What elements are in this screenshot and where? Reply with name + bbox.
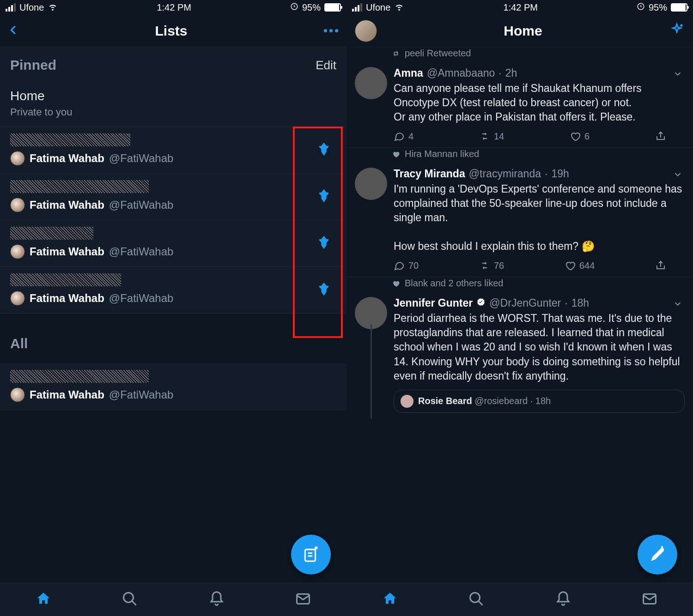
timestamp: 19h — [551, 168, 569, 180]
like-button[interactable]: 6 — [570, 131, 590, 142]
battery-icon — [671, 3, 687, 12]
pinned-header: Pinned Edit — [0, 47, 346, 82]
compose-button[interactable] — [638, 535, 677, 574]
tab-notifications[interactable] — [208, 591, 225, 609]
tweet[interactable]: Hira Mannan liked Tracy Miranda @tracymi… — [346, 149, 693, 277]
redacted-list-name — [10, 180, 149, 193]
more-button[interactable] — [324, 29, 338, 32]
signal-icon — [352, 3, 362, 12]
context-text: Blank and 2 others liked — [405, 278, 503, 289]
avatar — [10, 387, 25, 402]
rotation-lock-icon — [637, 2, 645, 13]
pinned-home-item[interactable]: Home Private to you — [0, 82, 346, 127]
carrier-label: Ufone — [366, 2, 390, 13]
nav-bar: Lists — [0, 15, 346, 47]
author-name: Fatima Wahab — [30, 245, 104, 258]
avatar[interactable] — [355, 67, 387, 99]
left-screenshot: Ufone 1:42 PM 95% Lists Pinned Edit Home… — [0, 0, 346, 616]
battery-icon — [324, 3, 341, 12]
svg-point-8 — [470, 592, 480, 602]
redacted-list-name — [10, 227, 93, 240]
signal-icon — [6, 3, 16, 12]
list-item[interactable]: Fatima Wahab @FatiWahab — [0, 127, 346, 174]
timeline[interactable]: peeli Retweeted Amna @Amnabaano · 2h Can… — [346, 47, 693, 583]
battery-pct: 95% — [649, 2, 667, 13]
profile-avatar[interactable] — [355, 20, 377, 42]
wifi-icon — [394, 1, 404, 14]
list-item[interactable]: Fatima Wahab @FatiWahab — [0, 363, 346, 410]
retweet-icon — [392, 49, 400, 58]
avatar[interactable] — [355, 168, 387, 200]
share-button[interactable] — [655, 260, 666, 271]
battery-pct: 95% — [302, 2, 321, 13]
display-name: Amna — [394, 67, 423, 79]
list-name: Home — [10, 89, 336, 103]
carrier-label: Ufone — [19, 2, 44, 13]
like-button[interactable]: 644 — [565, 260, 595, 271]
redacted-list-name — [10, 133, 130, 146]
avatar — [10, 198, 25, 212]
tweet-context: Hira Mannan liked — [392, 149, 693, 159]
all-label: All — [0, 322, 346, 363]
redacted-list-name — [10, 370, 149, 383]
author-handle: @FatiWahab — [109, 388, 174, 401]
pin-icon[interactable] — [316, 187, 332, 206]
new-list-button[interactable] — [291, 535, 331, 574]
share-button[interactable] — [655, 131, 666, 142]
tweet[interactable]: Blank and 2 others liked Jennifer Gunter… — [346, 278, 693, 418]
pin-icon[interactable] — [316, 140, 332, 160]
tweet-caret[interactable] — [673, 169, 683, 181]
tweet-text: I'm running a 'DevOps Experts' conferenc… — [394, 182, 685, 254]
context-text: Hira Mannan liked — [405, 149, 479, 159]
right-screenshot: Ufone 1:42 PM 95% Home peeli Retweeted — [346, 0, 693, 616]
tab-bar — [0, 583, 346, 616]
page-title: Lists — [155, 23, 187, 39]
tab-bar — [346, 583, 693, 616]
tweet-caret[interactable] — [673, 69, 683, 81]
tweet[interactable]: peeli Retweeted Amna @Amnabaano · 2h Can… — [346, 48, 693, 148]
list-item[interactable]: Fatima Wahab @FatiWahab — [0, 174, 346, 220]
quoted-tweet[interactable]: Rosie Beard @rosiebeard · 18h — [394, 390, 685, 413]
status-bar: Ufone 1:42 PM 95% — [0, 0, 346, 15]
list-item[interactable]: Fatima Wahab @FatiWahab — [0, 220, 346, 267]
tab-notifications[interactable] — [555, 591, 571, 609]
sparkle-button[interactable] — [669, 22, 685, 40]
rotation-lock-icon — [290, 2, 298, 13]
tweet-actions: 4 14 6 — [394, 131, 685, 142]
avatar — [10, 244, 25, 259]
tweet-caret[interactable] — [673, 299, 683, 311]
redacted-list-name — [10, 273, 121, 286]
tab-messages[interactable] — [295, 591, 311, 609]
tab-search[interactable] — [122, 591, 138, 609]
list-item[interactable]: Fatima Wahab @FatiWahab — [0, 267, 346, 314]
svg-point-4 — [124, 592, 134, 602]
like-icon — [392, 279, 400, 288]
tweet-text: Can anyone please tell me if Shaukat Kha… — [394, 81, 685, 124]
user-handle: @DrJenGunter — [489, 297, 561, 309]
tweet-context: Blank and 2 others liked — [392, 278, 693, 289]
tab-home[interactable] — [382, 591, 398, 609]
edit-button[interactable]: Edit — [316, 58, 336, 72]
retweet-button[interactable]: 76 — [479, 260, 504, 271]
pin-icon[interactable] — [316, 234, 332, 253]
avatar — [10, 151, 25, 166]
svg-rect-1 — [305, 550, 315, 561]
retweet-button[interactable]: 14 — [479, 131, 504, 142]
tab-messages[interactable] — [641, 591, 658, 609]
author-handle: @FatiWahab — [109, 292, 174, 305]
tab-home[interactable] — [35, 591, 52, 609]
tab-search[interactable] — [468, 591, 485, 609]
reply-button[interactable]: 70 — [394, 260, 419, 271]
timestamp: 2h — [505, 67, 517, 79]
author-handle: @FatiWahab — [109, 245, 174, 258]
avatar — [10, 291, 25, 306]
svg-line-9 — [479, 601, 483, 605]
user-handle: @Amnabaano — [427, 67, 495, 79]
user-handle: @tracymiranda — [469, 168, 541, 180]
tweet-context: peeli Retweeted — [392, 48, 693, 59]
reply-button[interactable]: 4 — [394, 131, 413, 142]
timestamp: 18h — [571, 297, 589, 309]
pinned-label: Pinned — [10, 57, 56, 73]
back-button[interactable] — [8, 22, 18, 40]
pin-icon[interactable] — [316, 280, 332, 300]
